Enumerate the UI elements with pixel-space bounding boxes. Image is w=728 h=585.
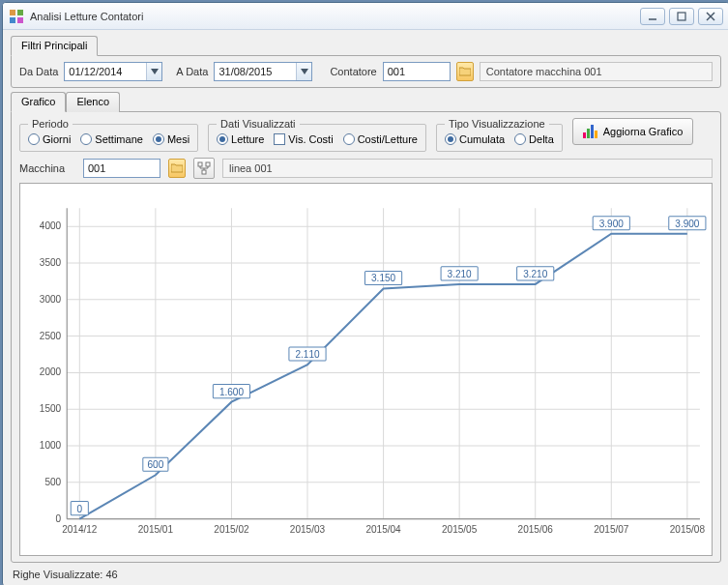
- grafico-panel: Periodo Giorni Settimane Mesi Dati Visua…: [11, 111, 721, 563]
- macchina-input[interactable]: 001: [83, 159, 160, 178]
- check-vis-costi[interactable]: Vis. Costi: [274, 133, 333, 145]
- radio-delta[interactable]: Delta: [514, 133, 554, 145]
- svg-text:3.210: 3.210: [448, 269, 473, 279]
- svg-rect-2: [10, 17, 15, 23]
- radio-mesi[interactable]: Mesi: [153, 133, 189, 145]
- svg-text:2015/05: 2015/05: [442, 524, 478, 535]
- tipo-legend: Tipo Visualizzazione: [445, 118, 549, 130]
- svg-text:4000: 4000: [40, 220, 62, 231]
- maximize-button[interactable]: [669, 8, 694, 25]
- contatore-input[interactable]: 001: [383, 62, 451, 81]
- contatore-label: Contatore: [330, 66, 376, 77]
- svg-text:2015/01: 2015/01: [138, 524, 174, 535]
- aggiorna-grafico-button[interactable]: Aggiorna Grafico: [572, 118, 694, 145]
- titlebar: Analisi Letture Contatori: [3, 3, 728, 30]
- macchina-label: Macchina: [19, 162, 75, 174]
- filters-tabset: Filtri Principali Da Data 01/12/2014 A D…: [11, 36, 721, 88]
- svg-text:3.900: 3.900: [675, 219, 700, 229]
- contatore-browse-button[interactable]: [456, 62, 474, 81]
- periodo-group: Periodo Giorni Settimane Mesi: [19, 118, 198, 152]
- contatore-value: 001: [388, 66, 405, 77]
- svg-text:3.900: 3.900: [599, 219, 625, 229]
- macchina-browse-button[interactable]: [168, 159, 186, 178]
- minimize-button[interactable]: [640, 8, 665, 25]
- svg-text:3.210: 3.210: [523, 269, 548, 279]
- tab-filtri-principali[interactable]: Filtri Principali: [11, 36, 98, 56]
- filters-panel: Da Data 01/12/2014 A Data 31/08/2015 Con…: [11, 55, 721, 88]
- a-data-input[interactable]: 31/08/2015: [214, 62, 312, 81]
- chevron-down-icon[interactable]: [146, 63, 161, 80]
- svg-text:2015/04: 2015/04: [365, 524, 401, 535]
- svg-text:1500: 1500: [40, 403, 62, 414]
- radio-cumulata[interactable]: Cumulata: [445, 133, 505, 145]
- window-buttons: [640, 8, 723, 25]
- dati-legend: Dati Visualizzati: [217, 118, 299, 130]
- app-window: Analisi Letture Contatori Filtri Princip…: [2, 2, 728, 585]
- chart-area: 050010001500200025003000350040002014/122…: [19, 183, 713, 556]
- radio-settimane[interactable]: Settimane: [80, 133, 143, 145]
- contatore-desc: Contatore macchina 001: [480, 62, 713, 81]
- svg-text:2015/06: 2015/06: [518, 524, 554, 535]
- radio-costi-letture[interactable]: Costi/Letture: [343, 133, 418, 145]
- svg-marker-8: [151, 69, 159, 74]
- app-icon: [9, 9, 24, 24]
- svg-text:0: 0: [56, 513, 62, 524]
- svg-rect-11: [206, 162, 210, 166]
- line-chart: 050010001500200025003000350040002014/122…: [20, 184, 712, 555]
- tab-elenco[interactable]: Elenco: [66, 92, 120, 112]
- svg-text:2.110: 2.110: [295, 349, 320, 360]
- tab-grafico[interactable]: Grafico: [11, 92, 66, 112]
- svg-rect-0: [10, 10, 15, 15]
- svg-rect-12: [202, 170, 206, 174]
- macchina-desc: linea 001: [222, 159, 713, 178]
- aggiorna-label: Aggiorna Grafico: [603, 126, 684, 137]
- svg-rect-3: [17, 17, 23, 23]
- svg-text:500: 500: [44, 477, 61, 487]
- tree-select-button[interactable]: [193, 158, 215, 179]
- content-area: Filtri Principali Da Data 01/12/2014 A D…: [3, 30, 728, 585]
- periodo-legend: Periodo: [28, 118, 73, 130]
- svg-rect-10: [198, 162, 202, 166]
- da-data-label: Da Data: [19, 66, 58, 77]
- svg-text:2000: 2000: [40, 366, 62, 377]
- svg-text:2015/08: 2015/08: [670, 524, 706, 535]
- svg-text:1000: 1000: [40, 440, 62, 451]
- svg-marker-9: [301, 69, 308, 74]
- chevron-down-icon[interactable]: [296, 63, 311, 80]
- svg-rect-1: [17, 10, 23, 15]
- da-data-input[interactable]: 01/12/2014: [64, 62, 162, 81]
- svg-text:2015/03: 2015/03: [290, 524, 326, 535]
- svg-rect-5: [678, 13, 685, 20]
- svg-text:1.600: 1.600: [219, 387, 245, 397]
- tipo-group: Tipo Visualizzazione Cumulata Delta: [436, 118, 563, 152]
- close-button[interactable]: [698, 8, 723, 25]
- svg-text:600: 600: [147, 459, 163, 470]
- radio-letture[interactable]: Letture: [217, 133, 264, 145]
- svg-text:0: 0: [77, 504, 83, 514]
- svg-text:2014/12: 2014/12: [62, 524, 98, 535]
- bar-chart-icon: [583, 125, 597, 138]
- svg-text:3.150: 3.150: [371, 273, 396, 283]
- a-data-label: A Data: [176, 66, 208, 77]
- window-title: Analisi Letture Contatori: [30, 11, 640, 22]
- radio-giorni[interactable]: Giorni: [28, 133, 71, 145]
- status-bar: Righe Visualizzate: 46: [11, 567, 721, 580]
- main-tabset: Grafico Elenco Periodo Giorni Settimane …: [11, 92, 721, 563]
- svg-text:2015/07: 2015/07: [594, 524, 629, 535]
- da-data-value: 01/12/2014: [69, 66, 122, 77]
- svg-text:3500: 3500: [40, 257, 62, 268]
- svg-text:2500: 2500: [40, 331, 62, 341]
- svg-text:3000: 3000: [40, 294, 62, 305]
- svg-text:2015/02: 2015/02: [214, 524, 249, 535]
- a-data-value: 31/08/2015: [218, 66, 272, 77]
- dati-group: Dati Visualizzati Letture Vis. Costi Cos…: [208, 118, 426, 152]
- macchina-value: 001: [88, 162, 105, 174]
